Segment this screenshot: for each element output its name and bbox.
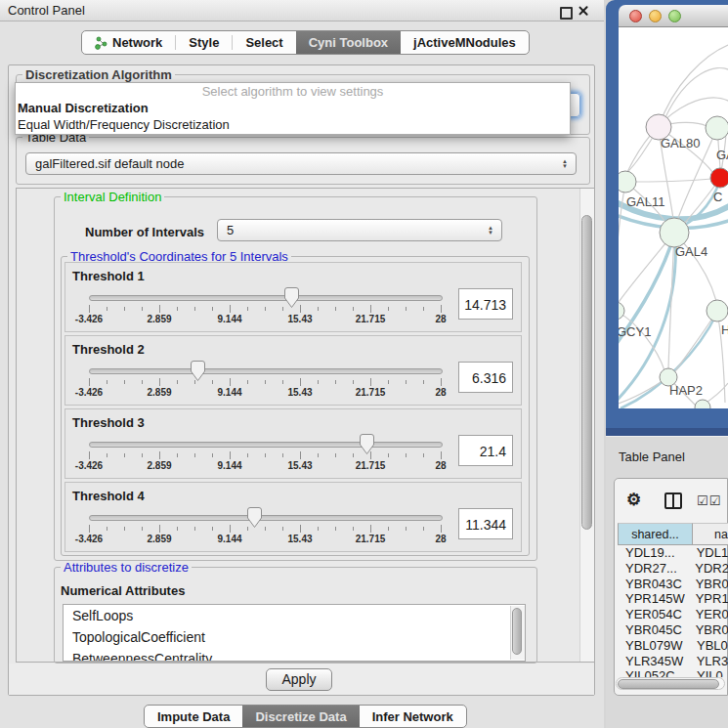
tick-mark (300, 378, 301, 386)
tick-label: -3.426 (60, 534, 118, 544)
column-header-shared-name[interactable]: shared... (618, 523, 693, 545)
network-node[interactable] (706, 116, 728, 140)
tick-label: 9.144 (200, 314, 259, 324)
table-row[interactable]: YBR043CYBR0 (618, 577, 728, 592)
table-row[interactable]: YBL079WYBL0 (618, 638, 728, 654)
slider-ticks (89, 525, 441, 534)
tick-mark (282, 527, 283, 531)
threshold-label: Threshold 1 (72, 269, 145, 283)
tick-mark (300, 525, 301, 533)
tick-mark (247, 307, 248, 311)
tab-network[interactable]: Network (82, 31, 175, 54)
tick-mark (230, 451, 231, 459)
minimize-traffic-light[interactable] (649, 10, 662, 22)
tick-label: -3.426 (60, 460, 118, 471)
slider-track[interactable] (89, 515, 443, 521)
vertical-scrollbar-thumb[interactable] (581, 215, 592, 530)
threshold-value-field[interactable]: 14.713 (458, 288, 513, 320)
numerical-attributes-list[interactable]: SelfLoopsTopologicalCoefficientBetweenne… (63, 604, 526, 662)
horizontal-scrollbar-thumb[interactable] (618, 679, 719, 689)
slider-track[interactable] (89, 442, 443, 448)
tick-mark (406, 527, 407, 531)
threshold-value-field[interactable]: 6.316 (458, 362, 513, 393)
tick-label: 15.43 (271, 387, 329, 398)
network-window-titlebar[interactable] (619, 5, 728, 27)
cell-shared-name: YPR145W (618, 591, 691, 607)
network-canvas[interactable]: GAL80GACGAL11GAL4GCY1HHAP2 (619, 27, 728, 408)
discretization-algorithm-group-title: Discretization Algorithm (22, 68, 175, 81)
threshold-value-field[interactable]: 11.344 (458, 508, 513, 539)
tab-discretize-data-label: Discretize Data (255, 709, 346, 724)
slider-track[interactable] (89, 368, 443, 374)
tick-mark (142, 307, 143, 311)
network-node[interactable] (660, 218, 689, 247)
threshold-value-field[interactable]: 21.4 (458, 435, 513, 466)
threshold-3-panel: Threshold 3 -3.4262.8599.14415.4321.7152… (64, 408, 522, 479)
cell-shared-name: YBR045C (618, 622, 691, 638)
tick-label: 15.43 (271, 460, 329, 471)
network-node[interactable] (619, 171, 636, 193)
zoom-traffic-light[interactable] (668, 10, 681, 22)
close-traffic-light[interactable] (629, 10, 642, 22)
table-row[interactable]: YLR345WYLR3 (618, 654, 728, 669)
column-layout-icon[interactable] (664, 492, 682, 509)
tab-impute-data[interactable]: Impute Data (145, 706, 242, 727)
attribute-list-item[interactable]: SelfLoops (64, 605, 525, 626)
tab-discretize-data[interactable]: Discretize Data (242, 706, 359, 727)
slider-ticks (89, 451, 441, 460)
tab-infer-network[interactable]: Infer Network (360, 706, 466, 727)
tab-cyni-toolbox[interactable]: Cyni Toolbox (296, 31, 401, 54)
cell-name: YBR0 (691, 577, 728, 592)
network-node[interactable] (707, 300, 728, 321)
table-row[interactable]: YDL19...YDL1 (618, 545, 728, 561)
table-row[interactable]: YBR045CYBR0 (618, 622, 728, 638)
tick-mark (423, 307, 424, 311)
network-edge[interactable] (619, 182, 625, 303)
tab-jactivemnodules[interactable]: jActiveMNodules (401, 31, 529, 54)
tick-mark (124, 527, 125, 531)
tick-label: 2.859 (130, 387, 189, 398)
attribute-list-item[interactable]: BetweennessCentrality (64, 648, 525, 662)
gear-icon[interactable]: ⚙ (626, 490, 641, 510)
tick-mark (89, 305, 90, 313)
tick-mark (265, 307, 266, 311)
cell-name: YBR0 (691, 622, 728, 638)
cell-name: YIL0 (692, 668, 723, 677)
dropdown-option-manual-discretization[interactable]: Manual Discretization (16, 100, 570, 116)
tab-select[interactable]: Select (233, 31, 295, 54)
table-row[interactable]: YIL052CYIL0 (618, 668, 728, 677)
network-node[interactable] (710, 168, 728, 188)
network-edge[interactable] (636, 178, 720, 182)
tick-mark (406, 453, 407, 457)
slider-thumb[interactable] (247, 507, 262, 528)
network-edge[interactable] (659, 45, 728, 127)
table-row[interactable]: YDR27...YDR2 (618, 561, 728, 577)
close-icon[interactable] (578, 5, 589, 17)
table-row[interactable]: YER054CYER0 (618, 607, 728, 622)
apply-button[interactable]: Apply (266, 668, 332, 691)
tick-mark (282, 380, 283, 384)
slider-thumb[interactable] (191, 361, 205, 381)
network-node[interactable] (619, 302, 624, 320)
slider-thumb[interactable] (360, 434, 374, 454)
list-scrollbar-thumb[interactable] (512, 608, 522, 655)
node-label: GAL4 (675, 244, 707, 259)
tab-style[interactable]: Style (176, 31, 232, 54)
tick-mark (335, 380, 336, 384)
number-of-intervals-combobox[interactable]: 5 ▲▼ (217, 219, 502, 241)
column-header-name[interactable]: na (692, 523, 728, 545)
slider-thumb[interactable] (284, 287, 299, 308)
select-columns-icons[interactable]: ☑☑ (697, 493, 721, 508)
tick-mark (177, 453, 178, 457)
table-row[interactable]: YPR145WYPR1 (618, 591, 728, 607)
tick-mark (353, 527, 354, 531)
float-window-icon[interactable] (560, 7, 573, 20)
slider-track[interactable] (89, 295, 443, 301)
table-data-combobox[interactable]: galFiltered.sif default node ▲▼ (25, 152, 577, 175)
threshold-4-panel: Threshold 4 -3.4262.8599.14415.4321.7152… (64, 482, 522, 552)
tick-mark (353, 380, 354, 384)
network-graph[interactable]: GAL80GACGAL11GAL4GCY1HHAP2 (619, 27, 728, 408)
dropdown-option-equal-width-frequency[interactable]: Equal Width/Frequency Discretization (16, 116, 570, 133)
tick-mark (282, 453, 283, 457)
attribute-list-item[interactable]: TopologicalCoefficient (64, 626, 525, 648)
